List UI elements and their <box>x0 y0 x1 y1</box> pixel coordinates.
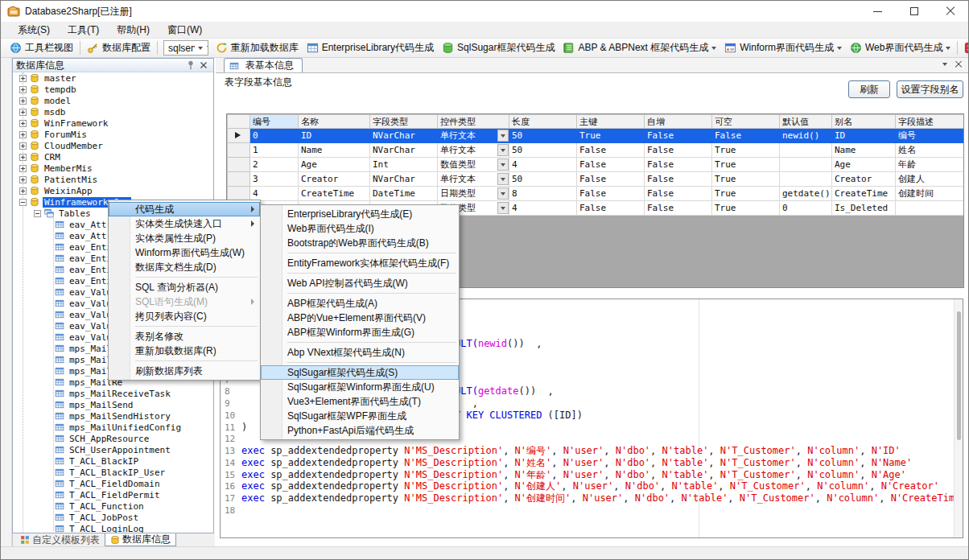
grid-column-header-8[interactable]: 可空 <box>712 115 780 129</box>
menu-item-18[interactable]: SqlSugar框架WPF界面生成 <box>261 409 459 423</box>
grid-cell[interactable]: 8 <box>509 187 577 201</box>
grid-row-2[interactable]: 2AgeInt数值类型4FalseFalseTrueAge年龄 <box>228 158 965 172</box>
tree-db-CloudMember[interactable]: CloudMember <box>13 140 213 151</box>
menu-item-4[interactable]: Winform界面代码生成(W) <box>109 245 260 260</box>
grid-cell[interactable]: 50 <box>509 129 577 143</box>
expand-icon[interactable] <box>19 154 27 161</box>
tree-table-T_ACL_BlackIP_User[interactable]: T_ACL_BlackIP_User <box>13 467 213 478</box>
dropdown-arrow-icon[interactable] <box>497 173 509 185</box>
grid-cell[interactable]: False <box>577 201 645 216</box>
dropdown-caret-icon[interactable] <box>711 47 716 50</box>
menu-item-15[interactable]: SqlSugar框架代码生成(S) <box>261 365 459 380</box>
menu-item-14[interactable]: 刷新数据库列表 <box>109 364 260 378</box>
grid-cell[interactable]: False <box>577 158 645 172</box>
grid-cell[interactable]: 姓名 <box>896 143 965 158</box>
menu-item-17[interactable]: Vue3+Element界面代码生成(T) <box>261 394 459 409</box>
menu-item-3[interactable]: 实体类属性生成(P) <box>109 231 260 245</box>
grid-cell[interactable]: True <box>712 201 780 216</box>
grid-cell[interactable]: NVarChar <box>370 129 438 143</box>
grid-cell[interactable]: 4 <box>250 187 299 201</box>
menu-item-1[interactable]: EnterpriseLibrary代码生成(E) <box>261 207 459 221</box>
grid-cell[interactable]: Is_Deleted <box>832 201 896 216</box>
grid-cell[interactable]: 单行文本 <box>438 129 509 143</box>
expand-icon[interactable] <box>19 187 27 195</box>
tab-close-icon[interactable] <box>955 61 963 68</box>
grid-cell[interactable]: 0 <box>250 129 299 143</box>
grid-cell[interactable]: Name <box>299 143 370 158</box>
tree-table-mps_MailUnifiedConfig[interactable]: mps_MailUnifiedConfig <box>13 422 213 433</box>
grid-cell[interactable]: CreateTime <box>299 187 370 201</box>
grid-cell[interactable]: CreateTime <box>832 187 896 201</box>
collapse-icon[interactable] <box>34 210 41 217</box>
grid-cell[interactable] <box>780 143 832 158</box>
grid-row-header[interactable] <box>228 129 250 143</box>
grid-row-1[interactable]: 1NameNVarChar单行文本50FalseFalseTrueName姓名 <box>228 143 965 158</box>
menubar-item-4[interactable]: 窗口(W) <box>159 22 211 39</box>
toolbar-button-4[interactable]: 重新加载数据库 <box>212 39 303 56</box>
tab-list-chevron-icon[interactable] <box>942 63 947 66</box>
menu-item-9[interactable]: ABP框架代码生成(A) <box>261 296 459 311</box>
toolbar-button-10[interactable]: 退出 <box>960 39 969 56</box>
grid-cell[interactable]: False <box>645 143 712 158</box>
toolbar-button-5[interactable]: EnterpriseLibrary代码生成 <box>303 39 438 56</box>
grid-cell[interactable]: 4 <box>509 201 577 216</box>
grid-column-header-7[interactable]: 自增 <box>645 115 712 129</box>
menu-item-9[interactable]: 拷贝列表内容(C) <box>109 309 260 323</box>
expand-icon[interactable] <box>19 120 27 127</box>
grid-cell[interactable]: Age <box>832 158 896 172</box>
grid-cell[interactable]: 年龄 <box>896 158 965 172</box>
grid-cell[interactable]: ID <box>832 129 896 143</box>
grid-cell[interactable]: True <box>712 172 780 187</box>
dock-tab-active[interactable]: 数据库信息 <box>105 533 176 546</box>
grid-cell[interactable]: False <box>645 187 712 201</box>
grid-cell[interactable]: DateTime <box>370 187 438 201</box>
grid-column-header-10[interactable]: 别名 <box>832 115 896 129</box>
tree-db-WinFramework[interactable]: WinFramework <box>13 117 213 129</box>
tab-table-basic-info[interactable]: 表基本信息 <box>224 58 303 72</box>
grid-cell[interactable]: 数值类型 <box>438 158 509 172</box>
grid-cell[interactable]: 单行文本 <box>438 172 509 187</box>
grid-cell[interactable]: True <box>577 129 645 143</box>
grid-column-header-5[interactable]: 长度 <box>509 115 577 129</box>
grid-cell[interactable]: 日期类型 <box>438 187 509 201</box>
grid-cell[interactable]: 0 <box>780 201 832 216</box>
menu-item-11[interactable]: ABP框架Winform界面生成(G) <box>261 325 459 340</box>
grid-cell[interactable]: 1 <box>250 143 299 158</box>
expand-icon[interactable] <box>19 176 27 183</box>
tree-table-T_ACL_BlackIP[interactable]: T_ACL_BlackIP <box>13 455 213 467</box>
tree-db-CRM[interactable]: CRM <box>13 151 213 163</box>
grid-row-header[interactable] <box>228 172 250 187</box>
tree-db-MemberMis[interactable]: MemberMis <box>13 163 213 174</box>
toolbar-button-2[interactable]: 数据库配置 <box>83 39 155 56</box>
dropdown-arrow-icon[interactable] <box>497 159 509 171</box>
grid-cell[interactable]: Creator <box>832 172 896 187</box>
collapse-icon[interactable] <box>19 199 27 206</box>
expand-icon[interactable] <box>19 165 27 172</box>
editor-scrollbar[interactable] <box>954 299 963 537</box>
dock-tab-inactive[interactable]: 自定义模板列表 <box>15 533 105 546</box>
control-type-dropdown[interactable]: 单行文本 <box>438 129 509 142</box>
grid-cell[interactable]: 50 <box>509 143 577 158</box>
expand-icon[interactable] <box>19 142 27 150</box>
tree-table-T_ACL_Function[interactable]: T_ACL_Function <box>13 500 213 512</box>
control-type-dropdown[interactable]: 日期类型 <box>438 187 509 200</box>
tree-table-SCH_UserAppointment[interactable]: SCH_UserAppointment <box>13 444 213 455</box>
dropdown-caret-icon[interactable] <box>946 47 950 50</box>
grid-cell[interactable]: Name <box>832 143 896 158</box>
toolbar-button-7[interactable]: ABP & ABPNext 框架代码生成 <box>559 39 720 56</box>
grid-cell[interactable]: False <box>577 172 645 187</box>
control-type-dropdown[interactable]: 单行文本 <box>438 143 509 157</box>
toolbar-button-8[interactable]: Winform界面代码生成 <box>720 39 846 56</box>
menu-item-1[interactable]: 代码生成 <box>109 202 260 216</box>
grid-column-header-9[interactable]: 默认值 <box>780 115 832 129</box>
menu-item-5[interactable]: EntityFramework实体框架代码生成(F) <box>261 256 459 270</box>
tree-db-master[interactable]: master <box>13 72 213 84</box>
grid-cell[interactable]: ID <box>299 129 370 143</box>
set-field-alias-button[interactable]: 设置字段别名 <box>897 80 963 98</box>
grid-cell[interactable]: Creator <box>299 172 370 187</box>
tree-db-model[interactable]: model <box>13 95 213 106</box>
tree-table-T_ACL_FieldDomain[interactable]: T_ACL_FieldDomain <box>13 478 213 489</box>
control-type-dropdown[interactable]: 单行文本 <box>438 172 509 186</box>
menu-item-2[interactable]: 实体类生成快速入口 <box>109 216 260 231</box>
grid-column-header-1[interactable]: 编号 <box>250 115 299 129</box>
